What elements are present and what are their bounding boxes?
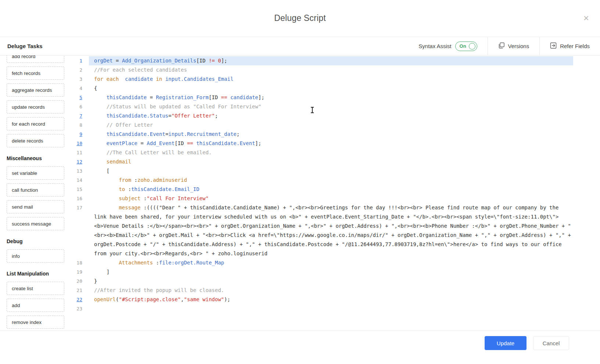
- task-success-message[interactable]: success message: [7, 217, 64, 230]
- code-line[interactable]: //For each selected candidates: [89, 65, 573, 75]
- code-row: 11 //The Call Letter will be emailed.: [68, 148, 573, 157]
- code-row: 18 Attachments :file:orgDet.Route_Map: [68, 258, 573, 267]
- refer-fields-label: Refer Fields: [560, 43, 590, 49]
- code-line[interactable]: {: [89, 84, 573, 93]
- code-row: 21//After invited the popup will be cloa…: [68, 286, 573, 295]
- sidebar-group-title: List Manipulation: [7, 271, 68, 277]
- task-update-records[interactable]: update records: [7, 100, 64, 113]
- code-row: 13 [: [68, 166, 573, 176]
- cancel-button[interactable]: Cancel: [533, 336, 569, 350]
- mouse-text-cursor: [312, 107, 313, 113]
- versions-label: Versions: [508, 43, 529, 49]
- refer-fields-group: Refer Fields: [539, 37, 600, 55]
- code-line[interactable]: [: [89, 166, 573, 176]
- code-row: 16 subject :"call For Interview": [68, 194, 573, 203]
- code-editor: 1orgDet = Add_Organization_Details[ID !=…: [68, 55, 573, 331]
- code-line[interactable]: orgDet = Add_Organization_Details[ID != …: [89, 56, 573, 65]
- code-line[interactable]: //Status will be updated as "Called For …: [89, 102, 573, 111]
- refer-fields-button[interactable]: Refer Fields: [550, 42, 590, 50]
- task-send-mail[interactable]: send mail: [7, 200, 64, 213]
- code-row: 5 thisCandidate = Registration_Form[ID =…: [68, 93, 573, 102]
- code-line[interactable]: Attachments :file:orgDet.Route_Map: [89, 258, 573, 267]
- code-row: 14 from :zoho.adminuserid: [68, 176, 573, 185]
- code-row: 2//For each selected candidates: [68, 65, 573, 75]
- task-set-variable[interactable]: set variable: [7, 166, 64, 180]
- sidebar-task-list: add recordfetch recordsaggregate records…: [7, 55, 68, 329]
- line-number: 17: [68, 203, 89, 212]
- line-number: 3: [68, 75, 89, 84]
- code-row: 17 message :(((("Dear " + thisCandidate.…: [68, 203, 573, 258]
- modal-header: Deluge Script ×: [0, 0, 600, 37]
- line-number[interactable]: 9: [68, 130, 89, 139]
- line-number: 6: [68, 102, 89, 111]
- task-remove-index[interactable]: remove index: [7, 316, 64, 329]
- code-line[interactable]: to :thisCandidate.Email_ID: [89, 185, 573, 194]
- code-line[interactable]: sendmail: [89, 157, 573, 166]
- task-call-function[interactable]: call function: [7, 183, 64, 197]
- code-row: 7 thisCandidate.Status="Offer Letter";: [68, 111, 573, 120]
- toggle-knob: [469, 43, 475, 50]
- code-line[interactable]: // Offer Letter: [89, 120, 573, 130]
- toolbar-right: Syntax Assist On Versions: [408, 37, 600, 55]
- task-fetch-records[interactable]: fetch records: [7, 66, 64, 80]
- sidebar-group-title: Miscellaneous: [7, 155, 68, 161]
- code-line[interactable]: eventPlace = Add_Event[ID == thisCandida…: [89, 139, 573, 148]
- task-info[interactable]: info: [7, 249, 64, 263]
- code-line[interactable]: message :(((("Dear " + thisCandidate.Can…: [89, 203, 573, 258]
- code-line[interactable]: for each candidate in input.Candidates_E…: [89, 75, 573, 84]
- line-number[interactable]: 5: [68, 93, 89, 102]
- code-row: 10 eventPlace = Add_Event[ID == thisCand…: [68, 139, 573, 148]
- code-row: 3for each candidate in input.Candidates_…: [68, 75, 573, 84]
- line-number: 19: [68, 267, 89, 277]
- line-number: 16: [68, 194, 89, 203]
- code-row: 20}: [68, 277, 573, 286]
- versions-icon: [498, 42, 505, 50]
- task-aggregate-records[interactable]: aggregate records: [7, 83, 64, 97]
- code-row: 12 sendmail: [68, 157, 573, 166]
- line-number: 18: [68, 258, 89, 267]
- update-button[interactable]: Update: [485, 336, 527, 350]
- code-line[interactable]: from :zoho.adminuserid: [89, 176, 573, 185]
- code-line[interactable]: }: [89, 277, 573, 286]
- refer-fields-icon: [550, 42, 557, 50]
- code-row: 4{: [68, 84, 573, 93]
- code-line[interactable]: thisCandidate.Event=input.Recruitment_da…: [89, 130, 573, 139]
- task-for-each-record[interactable]: for each record: [7, 117, 64, 130]
- close-icon[interactable]: ×: [583, 13, 589, 23]
- code-row: 9 thisCandidate.Event=input.Recruitment_…: [68, 130, 573, 139]
- line-number: 20: [68, 277, 89, 286]
- task-add-record[interactable]: add record: [7, 55, 64, 63]
- code-row: 15 to :thisCandidate.Email_ID: [68, 185, 573, 194]
- syntax-assist-label: Syntax Assist: [418, 43, 451, 49]
- code-row: 19 ]: [68, 267, 573, 277]
- task-create-list[interactable]: create list: [7, 282, 64, 295]
- code-line[interactable]: openUrl("#Script:page.close","same windo…: [89, 295, 573, 304]
- code-line[interactable]: //After invited the popup will be cloase…: [89, 286, 573, 295]
- code-row: 6 //Status will be updated as "Called Fo…: [68, 102, 573, 111]
- line-number[interactable]: 7: [68, 111, 89, 120]
- line-number[interactable]: 12: [68, 157, 89, 166]
- deluge-tasks-sidebar: add recordfetch recordsaggregate records…: [0, 55, 68, 331]
- code-line[interactable]: //The Call Letter will be emailed.: [89, 148, 573, 157]
- sidebar-group-title: Debug: [7, 238, 68, 244]
- line-number: 13: [68, 166, 89, 176]
- line-number: 21: [68, 286, 89, 295]
- code-line[interactable]: ]: [89, 267, 573, 277]
- code-row: 22openUrl("#Script:page.close","same win…: [68, 295, 573, 304]
- versions-button[interactable]: Versions: [498, 42, 529, 50]
- task-delete-records[interactable]: delete records: [7, 134, 64, 147]
- line-number: 23: [68, 304, 89, 313]
- code-line[interactable]: subject :"call For Interview": [89, 194, 573, 203]
- line-number[interactable]: 10: [68, 139, 89, 148]
- versions-group: Versions: [488, 37, 540, 55]
- editor-toolbar: Deluge Tasks Syntax Assist On Versions: [0, 37, 600, 55]
- line-number[interactable]: 1: [68, 56, 89, 65]
- deluge-tasks-title: Deluge Tasks: [0, 37, 43, 55]
- line-number: 11: [68, 148, 89, 157]
- line-number[interactable]: 22: [68, 295, 89, 304]
- task-add[interactable]: add: [7, 299, 64, 312]
- code-line[interactable]: thisCandidate.Status="Offer Letter";: [89, 111, 573, 120]
- syntax-assist-toggle[interactable]: On: [455, 42, 477, 51]
- syntax-assist-group: Syntax Assist On: [408, 37, 487, 55]
- code-line[interactable]: thisCandidate = Registration_Form[ID == …: [89, 93, 573, 102]
